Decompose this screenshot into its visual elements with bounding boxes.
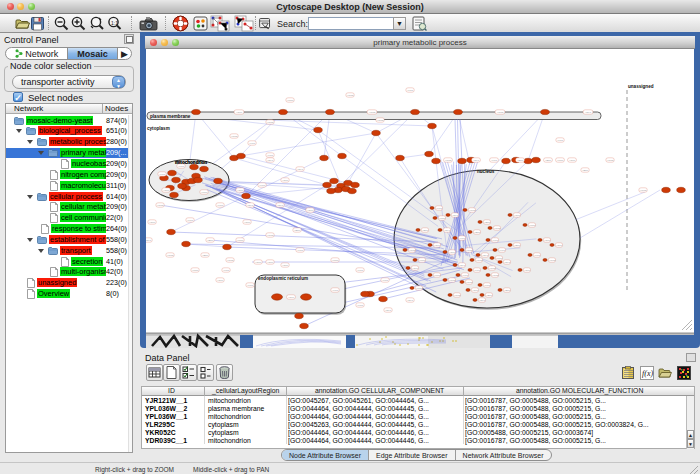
svg-text:YDL1: YDL1: [267, 159, 274, 162]
svg-text:YLR1: YLR1: [474, 269, 481, 272]
svg-text:YMR1: YMR1: [237, 239, 244, 242]
svg-text:YMR1: YMR1: [192, 269, 199, 272]
svg-text:YOL0: YOL0: [434, 244, 441, 247]
svg-text:YOL0: YOL0: [282, 264, 289, 267]
svg-text:YGR2: YGR2: [640, 189, 647, 192]
svg-text:YLR1: YLR1: [267, 154, 274, 157]
svg-text:YLR1: YLR1: [557, 139, 564, 142]
svg-text:YOL0: YOL0: [524, 269, 531, 272]
svg-text:YLR1: YLR1: [247, 284, 254, 287]
svg-text:YDL1: YDL1: [444, 229, 451, 232]
svg-text:YGR2: YGR2: [469, 209, 476, 212]
svg-text:YOL0: YOL0: [472, 289, 479, 292]
svg-text:YGR2: YGR2: [267, 234, 274, 237]
svg-text:YBR0: YBR0: [504, 289, 511, 292]
svg-text:unassigned: unassigned: [628, 84, 654, 89]
svg-text:YLR1: YLR1: [492, 239, 499, 242]
svg-text:YOL0: YOL0: [307, 209, 314, 212]
svg-text:YDL1: YDL1: [452, 214, 459, 217]
svg-text:YGR2: YGR2: [492, 274, 499, 277]
svg-text:YLR1: YLR1: [187, 219, 194, 222]
svg-text:YLR1: YLR1: [259, 184, 266, 187]
svg-text:YLR1: YLR1: [223, 269, 230, 272]
svg-text:YLR1: YLR1: [459, 237, 466, 240]
svg-text:YDL1: YDL1: [146, 239, 152, 242]
svg-text:YBR0: YBR0: [582, 169, 589, 172]
svg-text:YGR2: YGR2: [369, 111, 376, 114]
svg-text:YOL0: YOL0: [556, 244, 563, 247]
svg-text:YOL0: YOL0: [163, 189, 170, 192]
svg-text:YDL1: YDL1: [479, 299, 486, 302]
svg-text:YMR1: YMR1: [287, 99, 294, 102]
svg-text:YDL1: YDL1: [297, 168, 304, 171]
svg-text:YGR2: YGR2: [227, 259, 234, 262]
svg-text:YDL1: YDL1: [277, 204, 284, 207]
svg-text:YLR1: YLR1: [484, 284, 491, 287]
svg-text:YBR0: YBR0: [484, 221, 491, 224]
svg-text:YLR1: YLR1: [297, 249, 304, 252]
svg-text:YOL0: YOL0: [149, 221, 156, 224]
svg-text:YGR2: YGR2: [466, 281, 473, 284]
svg-text:YDL1: YDL1: [482, 254, 489, 257]
svg-text:YLR1: YLR1: [217, 204, 224, 207]
svg-text:YMR1: YMR1: [416, 287, 423, 290]
svg-text:YDL1: YDL1: [385, 309, 392, 312]
svg-text:YOL0: YOL0: [217, 279, 224, 282]
svg-text:YLR1: YLR1: [499, 249, 506, 252]
svg-text:YLR1: YLR1: [357, 269, 364, 272]
svg-text:YGR2: YGR2: [607, 159, 614, 162]
svg-text:cytoplasm: cytoplasm: [147, 126, 170, 131]
svg-text:YLR1: YLR1: [332, 289, 339, 292]
svg-text:YMR1: YMR1: [529, 224, 536, 227]
svg-text:YGR2: YGR2: [489, 267, 496, 270]
svg-text:YGR2: YGR2: [167, 254, 174, 257]
svg-text:YDL1: YDL1: [585, 111, 592, 114]
svg-text:YOL0: YOL0: [255, 261, 262, 264]
svg-text:YGR2: YGR2: [449, 279, 456, 282]
svg-text:YBR0: YBR0: [474, 231, 481, 234]
svg-text:YMR1: YMR1: [557, 159, 564, 162]
svg-text:YDL1: YDL1: [247, 204, 254, 207]
svg-text:YMR1: YMR1: [201, 191, 208, 194]
svg-text:YOL0: YOL0: [267, 261, 274, 264]
svg-text:YLR1: YLR1: [491, 159, 498, 162]
svg-text:YGR2: YGR2: [549, 259, 556, 262]
svg-text:YMR1: YMR1: [496, 257, 503, 260]
svg-text:YLR1: YLR1: [407, 89, 414, 92]
svg-text:YGR2: YGR2: [377, 119, 384, 122]
svg-text:endoplasmic reticulum: endoplasmic reticulum: [258, 276, 308, 281]
svg-text:YDL1: YDL1: [407, 299, 414, 302]
svg-text:YOL0: YOL0: [449, 251, 456, 254]
svg-text:YBR0: YBR0: [486, 294, 493, 297]
svg-text:YBR0: YBR0: [207, 239, 214, 242]
svg-text:YLR1: YLR1: [357, 304, 364, 307]
svg-text:YGR2: YGR2: [445, 159, 452, 162]
svg-text:YBR0: YBR0: [545, 159, 552, 162]
svg-text:YLR1: YLR1: [382, 279, 389, 282]
svg-text:1:1: 1:1: [111, 20, 118, 26]
svg-text:YLR1: YLR1: [249, 142, 256, 145]
svg-text:YLR1: YLR1: [534, 254, 541, 257]
svg-text:YOL0: YOL0: [544, 239, 551, 242]
svg-text:YOL0: YOL0: [514, 214, 521, 217]
svg-text:mitochondrion: mitochondrion: [175, 160, 207, 165]
svg-text:YOL0: YOL0: [569, 159, 576, 162]
svg-text:YBR0: YBR0: [202, 254, 209, 257]
svg-text:YBR0: YBR0: [422, 229, 429, 232]
svg-text:YMR1: YMR1: [439, 217, 446, 220]
svg-text:YLR1: YLR1: [462, 274, 469, 277]
svg-text:YMR1: YMR1: [419, 259, 426, 262]
svg-text:YGR2: YGR2: [497, 111, 504, 114]
svg-text:nucleus: nucleus: [477, 169, 495, 174]
svg-text:YLR1: YLR1: [178, 165, 185, 168]
svg-text:YBR0: YBR0: [514, 244, 521, 247]
svg-text:YGR2: YGR2: [466, 249, 473, 252]
svg-text:YGR2: YGR2: [157, 204, 164, 207]
svg-text:YBR0: YBR0: [517, 159, 524, 162]
svg-text:YGR2: YGR2: [454, 294, 461, 297]
svg-text:YGR2: YGR2: [476, 259, 483, 262]
svg-text:YOL0: YOL0: [244, 221, 251, 224]
svg-text:YGR2: YGR2: [267, 121, 274, 124]
svg-text:YLR1: YLR1: [159, 173, 166, 176]
svg-text:YDL1: YDL1: [473, 159, 480, 162]
